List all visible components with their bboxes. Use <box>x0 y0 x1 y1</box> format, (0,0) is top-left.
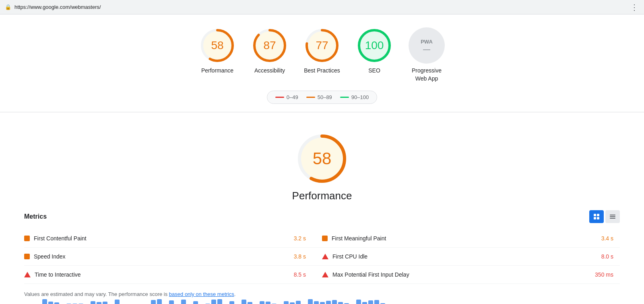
metrics-row-1: Speed Index 3.8 s First CPU Idle 8.0 s <box>24 248 620 266</box>
metric-cell-1-1: First CPU Idle 8.0 s <box>322 248 620 266</box>
browser-menu-button[interactable]: ⋮ <box>630 2 639 12</box>
score-item-performance[interactable]: 58 Performance <box>199 27 235 75</box>
metrics-row-2: Time to Interactive 8.5 s Max Potential … <box>24 266 620 284</box>
pwa-circle: PWA — <box>409 27 445 64</box>
chart-bar <box>266 302 270 304</box>
legend-label-green: 90–100 <box>351 94 369 100</box>
svg-rect-10 <box>594 214 596 216</box>
pwa-label: PWA <box>421 39 433 45</box>
score-number-best-practices: 77 <box>316 39 328 52</box>
chart-bar <box>356 300 361 304</box>
chart-bar <box>374 300 379 304</box>
legend-label-red: 0–49 <box>287 94 298 100</box>
metric-value-0-0: 3.2 s <box>294 235 306 242</box>
chart-bar <box>296 301 301 304</box>
browser-bar: 🔒 https://www.google.com/webmasters/ ⋮ <box>0 0 644 14</box>
metric-icon-orange <box>322 236 328 241</box>
chart-bar <box>103 302 107 304</box>
metric-value-2-1: 350 ms <box>595 271 613 278</box>
metric-left-1-1: First CPU Idle <box>322 253 367 260</box>
chart-bar <box>290 302 295 304</box>
metric-value-2-0: 8.5 s <box>294 271 306 278</box>
score-item-seo[interactable]: 100 SEO <box>356 27 392 75</box>
metrics-header: Metrics <box>24 210 620 223</box>
legend-color-orange <box>306 97 315 98</box>
score-label-seo: SEO <box>368 67 380 75</box>
score-circle-accessibility: 87 <box>252 27 288 64</box>
chart-bar <box>284 301 289 304</box>
list-icon <box>609 213 616 220</box>
bottom-chart <box>0 297 644 304</box>
grid-view-button[interactable] <box>589 210 604 223</box>
chart-bar <box>54 302 59 304</box>
chart-bar <box>332 300 337 304</box>
chart-bar <box>248 302 252 304</box>
score-number-seo: 100 <box>365 39 384 52</box>
metrics-rows: First Contentful Paint 3.2 s First Meani… <box>24 230 620 284</box>
metric-name-1-0: Speed Index <box>34 253 66 260</box>
metric-cell-2-0: Time to Interactive 8.5 s <box>24 266 322 284</box>
chart-bar <box>48 302 53 304</box>
metric-name-1-1: First CPU Idle <box>332 253 367 260</box>
big-score-number: 58 <box>313 149 332 168</box>
chart-bar <box>314 301 319 304</box>
metrics-section: Metrics <box>0 210 644 284</box>
score-circle-best-practices: 77 <box>304 27 340 64</box>
chart-bar <box>229 301 234 304</box>
score-number-performance: 58 <box>211 39 223 52</box>
score-circle-seo: 100 <box>356 27 392 64</box>
pwa-dash: — <box>423 45 430 53</box>
metric-value-1-1: 8.0 s <box>601 253 613 260</box>
score-circle-performance: 58 <box>199 27 235 64</box>
metric-left-2-1: Max Potential First Input Delay <box>322 271 409 278</box>
url-bar[interactable]: https://www.google.com/webmasters/ <box>14 4 101 10</box>
footer-text-after: . <box>234 291 236 297</box>
chart-bar <box>217 299 222 304</box>
chart-bar <box>97 302 101 304</box>
these-metrics-link[interactable]: based only on these metrics <box>169 291 234 297</box>
metric-cell-0-1: First Meaningful Paint 3.4 s <box>322 230 620 248</box>
metric-icon-red-triangle <box>322 254 328 259</box>
svg-rect-13 <box>597 217 599 219</box>
score-legend: 0–49 50–89 90–100 <box>267 91 377 104</box>
metric-icon-red-triangle <box>322 272 328 277</box>
score-item-accessibility[interactable]: 87 Accessibility <box>252 27 288 75</box>
chart-bar <box>42 299 47 304</box>
chart-bar <box>338 302 343 304</box>
footer-note: Values are estimated and may vary. The p… <box>0 284 644 297</box>
chart-bar <box>308 299 313 304</box>
legend-item-red: 0–49 <box>275 94 298 100</box>
score-label-best-practices: Best Practices <box>304 67 340 75</box>
chart-bar <box>242 300 246 304</box>
metric-name-0-0: First Contentful Paint <box>34 235 87 242</box>
lock-icon: 🔒 <box>5 4 11 10</box>
svg-rect-15 <box>610 216 615 217</box>
main-content: 58 Performance Metrics <box>0 112 644 304</box>
chart-bar <box>91 301 95 304</box>
view-toggles <box>589 210 620 223</box>
metric-icon-red-triangle <box>24 272 31 277</box>
metric-value-0-1: 3.4 s <box>601 235 613 242</box>
score-item-best-practices[interactable]: 77 Best Practices <box>304 27 340 75</box>
chart-bar <box>115 300 120 304</box>
metric-left-1-0: Speed Index <box>24 253 66 260</box>
big-score-section: 58 Performance <box>0 120 644 210</box>
metrics-row-0: First Contentful Paint 3.2 s First Meani… <box>24 230 620 248</box>
score-label-performance: Performance <box>201 67 233 75</box>
score-number-accessibility: 87 <box>263 39 276 52</box>
footer-text-before: Values are estimated and may vary. The p… <box>24 291 169 297</box>
chart-bar <box>211 300 216 304</box>
chart-bar <box>181 300 186 304</box>
metric-cell-0-0: First Contentful Paint 3.2 s <box>24 230 322 248</box>
score-item-pwa[interactable]: PWA — ProgressiveWeb App <box>409 27 445 83</box>
metric-left-0-0: First Contentful Paint <box>24 235 87 242</box>
big-score-label: Performance <box>292 190 352 202</box>
metric-name-2-0: Time to Interactive <box>35 271 81 278</box>
metric-left-2-0: Time to Interactive <box>24 271 81 278</box>
chart-bar <box>169 300 174 304</box>
metric-cell-1-0: Speed Index 3.8 s <box>24 248 322 266</box>
chart-bar <box>362 302 367 304</box>
metric-icon-orange <box>24 254 30 259</box>
list-view-button[interactable] <box>605 210 620 223</box>
scores-row: 58 Performance 87 Accessibility 77 Best … <box>199 27 445 83</box>
